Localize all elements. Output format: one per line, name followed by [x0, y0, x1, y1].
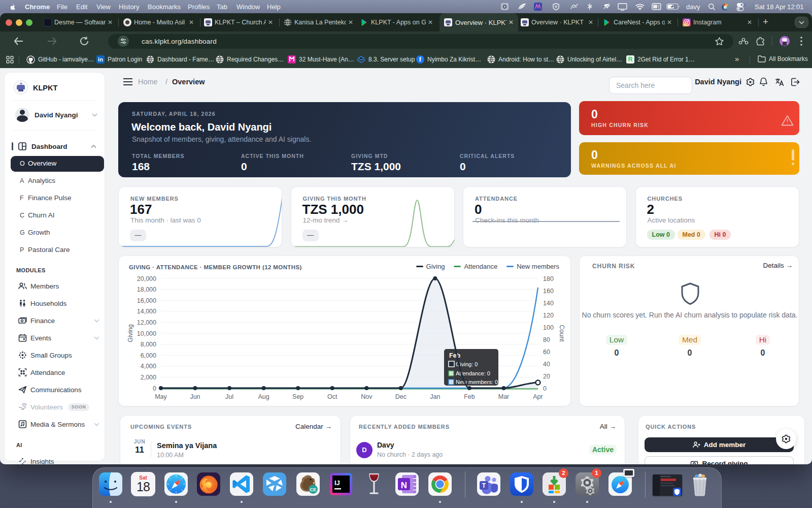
- svg-text:16,000: 16,000: [137, 297, 156, 304]
- svg-text:14,000: 14,000: [137, 308, 156, 315]
- svg-text:80: 80: [543, 336, 550, 343]
- svg-text:4,000: 4,000: [141, 363, 156, 370]
- svg-text:May: May: [155, 393, 167, 400]
- svg-text:Dec: Dec: [395, 393, 407, 400]
- svg-text:100: 100: [543, 324, 554, 331]
- svg-text:Aug: Aug: [258, 393, 269, 400]
- svg-text:New members: 0: New members: 0: [456, 379, 498, 385]
- svg-text:0: 0: [153, 385, 156, 392]
- svg-text:Apr: Apr: [533, 393, 543, 400]
- svg-text:0: 0: [543, 385, 547, 392]
- svg-text:12,000: 12,000: [137, 319, 156, 326]
- svg-text:Sep: Sep: [292, 393, 303, 400]
- svg-text:60: 60: [543, 348, 550, 356]
- svg-text:8,000: 8,000: [141, 341, 156, 348]
- svg-text:2,000: 2,000: [141, 374, 156, 381]
- svg-text:Jan: Jan: [430, 393, 440, 400]
- svg-text:140: 140: [543, 300, 554, 307]
- svg-text:18,000: 18,000: [137, 286, 156, 293]
- svg-text:IJ: IJ: [334, 479, 340, 487]
- svg-text:180: 180: [543, 275, 554, 282]
- svg-text:6,000: 6,000: [141, 352, 156, 359]
- svg-text:Jul: Jul: [225, 393, 233, 400]
- svg-text:Jun: Jun: [190, 393, 200, 400]
- svg-text:Mar: Mar: [498, 393, 510, 400]
- svg-text:Oct: Oct: [327, 393, 337, 400]
- svg-text:Nov: Nov: [361, 393, 373, 400]
- svg-text:10,000: 10,000: [137, 330, 156, 337]
- svg-text:Feb: Feb: [464, 393, 475, 400]
- svg-text:20: 20: [543, 373, 550, 380]
- svg-text:T: T: [482, 482, 486, 489]
- svg-text:120: 120: [543, 312, 554, 319]
- svg-text:Count: Count: [558, 325, 565, 342]
- svg-text:Giving: Giving: [127, 324, 134, 342]
- svg-text:CE: CE: [310, 487, 317, 492]
- svg-text:Feb: Feb: [449, 352, 461, 359]
- svg-text:160: 160: [543, 288, 554, 295]
- svg-text:N: N: [401, 481, 407, 490]
- svg-text:40: 40: [543, 361, 550, 368]
- svg-text:20,000: 20,000: [137, 275, 156, 282]
